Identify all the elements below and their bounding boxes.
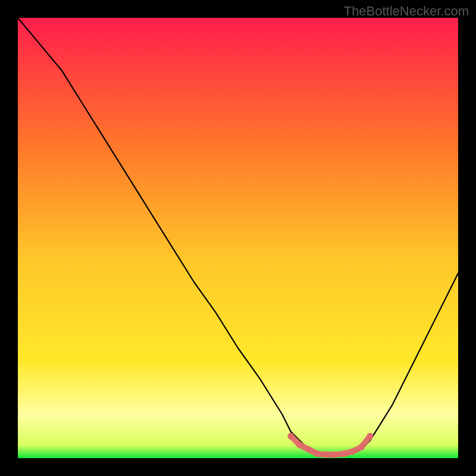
marker-dot <box>367 433 374 440</box>
marker-dot <box>314 450 321 457</box>
gradient-background <box>18 18 458 458</box>
watermark-text: TheBottleNecker.com <box>344 4 469 19</box>
chart-canvas: TheBottleNecker.com <box>0 0 476 476</box>
marker-dot <box>349 448 356 455</box>
marker-dot <box>323 452 330 458</box>
chart-svg <box>18 18 458 458</box>
marker-dot <box>340 450 347 457</box>
marker-dot <box>305 446 312 453</box>
marker-dot <box>287 433 294 440</box>
marker-dot <box>358 444 365 450</box>
plot-area <box>18 18 458 458</box>
marker-dot <box>331 452 338 458</box>
marker-dot <box>296 441 303 448</box>
